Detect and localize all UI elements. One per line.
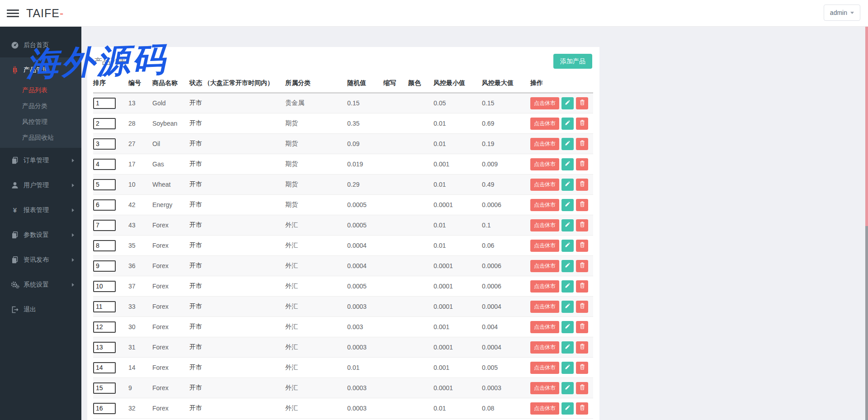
user-dropdown[interactable]: admin	[824, 5, 860, 21]
sidebar-item-system-settings[interactable]: 系统设置	[0, 272, 81, 297]
sidebar-item-product-recycle-bin[interactable]: 产品回收站	[0, 130, 81, 146]
risk-max-cell: 0.004	[482, 317, 530, 337]
category-cell: 外汇	[285, 337, 347, 358]
sidebar-item-dashboard[interactable]: 后台首页	[0, 33, 81, 57]
edit-button[interactable]	[561, 341, 574, 354]
edit-button[interactable]	[561, 301, 574, 313]
table-row: 31 Forex 开市 外汇 0.0003 0.0001 0.0004 点击休市	[93, 337, 593, 358]
sidebar-item-logout[interactable]: 退出	[0, 297, 81, 322]
edit-button[interactable]	[561, 402, 574, 415]
sort-input[interactable]	[93, 260, 116, 272]
close-market-button[interactable]: 点击休市	[530, 402, 559, 415]
sidebar-item-parameters[interactable]: 参数设置	[0, 222, 81, 247]
sort-input[interactable]	[93, 382, 116, 394]
delete-button[interactable]	[576, 402, 588, 415]
sidebar-item-product-category[interactable]: 产品分类	[0, 98, 81, 114]
close-market-button[interactable]: 点击休市	[530, 341, 559, 354]
close-market-button[interactable]: 点击休市	[530, 280, 559, 293]
close-market-button[interactable]: 点击休市	[530, 179, 559, 191]
sort-input[interactable]	[93, 403, 116, 414]
close-market-button[interactable]: 点击休市	[530, 382, 559, 394]
delete-button[interactable]	[576, 118, 588, 130]
sidebar-item-orders[interactable]: 订单管理	[0, 148, 81, 173]
close-market-button[interactable]: 点击休市	[530, 260, 559, 272]
color-cell	[408, 358, 434, 378]
delete-button[interactable]	[576, 382, 588, 394]
delete-button[interactable]	[576, 219, 588, 231]
sort-input[interactable]	[93, 321, 116, 333]
edit-button[interactable]	[561, 280, 574, 293]
close-market-button[interactable]: 点击休市	[530, 158, 559, 170]
close-market-button[interactable]: 点击休市	[530, 97, 559, 109]
sort-input[interactable]	[93, 342, 116, 353]
page-scrollbar[interactable]	[865, 27, 868, 420]
scrollbar-thumb[interactable]	[865, 27, 868, 226]
category-cell: 外汇	[285, 398, 347, 419]
edit-button[interactable]	[561, 321, 574, 333]
add-product-button[interactable]: 添加产品	[553, 54, 592, 69]
sort-input[interactable]	[93, 281, 116, 292]
edit-button[interactable]	[561, 138, 574, 150]
risk-max-cell: 0.0004	[482, 297, 530, 317]
sidebar-item-reports[interactable]: ¥ 报表管理	[0, 198, 81, 222]
sort-input[interactable]	[93, 240, 116, 251]
sort-input[interactable]	[93, 138, 116, 150]
sidebar-item-users[interactable]: 用户管理	[0, 173, 81, 198]
delete-button[interactable]	[576, 199, 588, 211]
sidebar-item-risk-management[interactable]: 风控管理	[0, 114, 81, 130]
close-market-button[interactable]: 点击休市	[530, 301, 559, 313]
sort-input[interactable]	[93, 159, 116, 170]
edit-button[interactable]	[561, 382, 574, 394]
edit-button[interactable]	[561, 219, 574, 231]
close-market-button[interactable]: 点击休市	[530, 199, 559, 211]
random-value-cell: 0.15	[347, 93, 383, 113]
pencil-icon	[565, 201, 571, 208]
delete-button[interactable]	[576, 280, 588, 293]
sort-input[interactable]	[93, 220, 116, 231]
edit-button[interactable]	[561, 118, 574, 130]
sidebar-item-news[interactable]: 资讯发布	[0, 247, 81, 272]
edit-button[interactable]	[561, 179, 574, 191]
chevron-down-icon	[850, 12, 854, 14]
edit-button[interactable]	[561, 260, 574, 272]
sidebar-item-product-management[interactable]: B 产品管理	[0, 57, 81, 82]
delete-button[interactable]	[576, 321, 588, 333]
trash-icon	[580, 364, 585, 371]
sort-input[interactable]	[93, 179, 116, 190]
edit-button[interactable]	[561, 158, 574, 170]
delete-button[interactable]	[576, 240, 588, 252]
app-logo: TAIFE-	[26, 7, 64, 20]
sort-input[interactable]	[93, 199, 116, 211]
menu-toggle-icon[interactable]	[7, 8, 19, 19]
risk-min-cell: 0.001	[434, 317, 482, 337]
delete-button[interactable]	[576, 179, 588, 191]
delete-button[interactable]	[576, 362, 588, 374]
close-market-button[interactable]: 点击休市	[530, 138, 559, 150]
sort-input[interactable]	[93, 301, 116, 312]
sort-input[interactable]	[93, 118, 116, 129]
sort-input[interactable]	[93, 98, 116, 109]
delete-button[interactable]	[576, 260, 588, 272]
edit-button[interactable]	[561, 97, 574, 109]
sort-input[interactable]	[93, 362, 116, 373]
column-header: 操作	[530, 73, 593, 93]
code-cell: 30	[128, 317, 152, 337]
edit-button[interactable]	[561, 240, 574, 252]
delete-button[interactable]	[576, 138, 588, 150]
edit-button[interactable]	[561, 362, 574, 374]
status-cell: 开市	[189, 93, 285, 113]
table-row: 43 Forex 开市 外汇 0.0005 0.01 0.1 点击休市	[93, 215, 593, 236]
abbr-cell	[383, 337, 408, 358]
delete-button[interactable]	[576, 97, 588, 109]
delete-button[interactable]	[576, 158, 588, 170]
delete-button[interactable]	[576, 301, 588, 313]
column-header: 状态 （大盘正常开市时间内）	[189, 73, 285, 93]
close-market-button[interactable]: 点击休市	[530, 118, 559, 130]
close-market-button[interactable]: 点击休市	[530, 240, 559, 252]
sidebar-item-product-list[interactable]: 产品列表	[0, 82, 81, 98]
edit-button[interactable]	[561, 199, 574, 211]
close-market-button[interactable]: 点击休市	[530, 321, 559, 333]
delete-button[interactable]	[576, 341, 588, 354]
close-market-button[interactable]: 点击休市	[530, 362, 559, 374]
close-market-button[interactable]: 点击休市	[530, 219, 559, 231]
